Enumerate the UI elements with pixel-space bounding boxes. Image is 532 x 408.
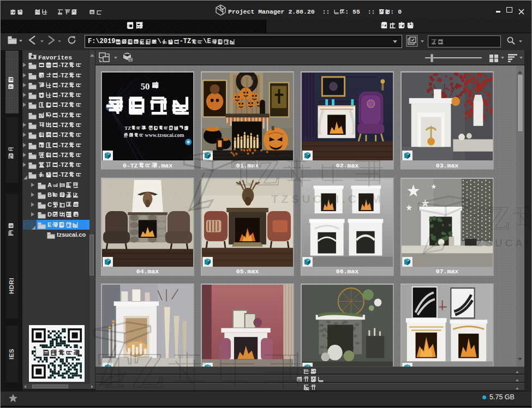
svg-text:50: 50: [141, 81, 150, 91]
svg-text:TZ: TZ: [124, 125, 131, 131]
svg-text:www.tzsucai.com: www.tzsucai.com: [145, 132, 185, 138]
svg-text:-: -: [145, 125, 147, 131]
